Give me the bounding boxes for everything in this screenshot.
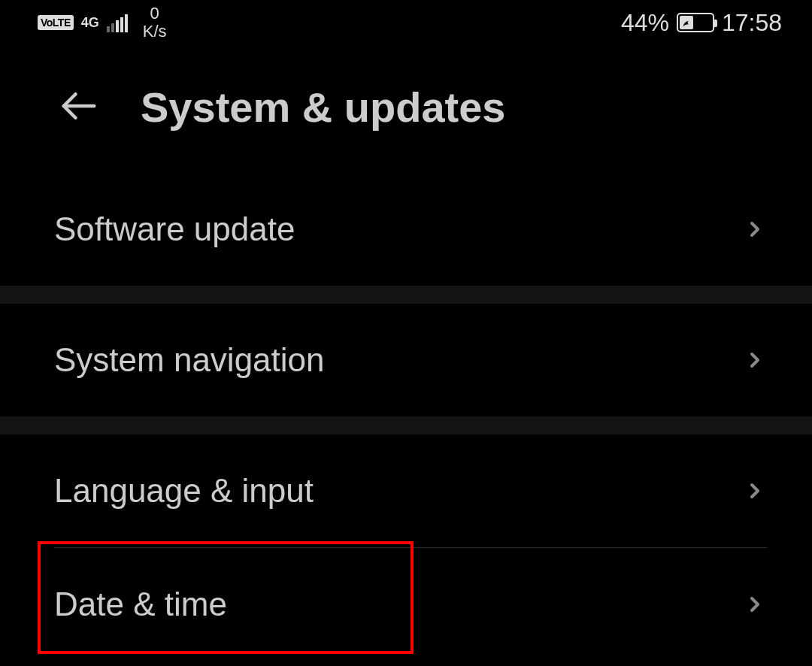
battery-percent: 44%	[621, 9, 669, 37]
settings-item-date-time[interactable]: Date & time	[0, 548, 812, 661]
leaf-icon	[681, 17, 692, 28]
settings-item-language-input[interactable]: Language & input	[0, 434, 812, 547]
chevron-right-icon	[743, 479, 767, 503]
settings-label: Date & time	[54, 586, 227, 623]
network-type: 4G	[81, 16, 99, 29]
settings-label: System navigation	[54, 341, 325, 379]
header: System & updates	[0, 45, 812, 173]
signal-icon	[107, 13, 128, 32]
settings-list: Software update System navigation Langua…	[0, 173, 812, 661]
network-indicator: 4G	[81, 16, 99, 29]
data-speed: 0 K/s	[143, 5, 167, 41]
settings-item-software-update[interactable]: Software update	[0, 173, 812, 286]
chevron-right-icon	[743, 217, 767, 241]
chevron-right-icon	[743, 592, 767, 616]
settings-label: Language & input	[54, 472, 314, 510]
chevron-right-icon	[743, 348, 767, 372]
back-arrow-icon	[59, 86, 99, 126]
volte-badge: VoLTE	[38, 15, 74, 30]
section-divider	[0, 286, 812, 304]
clock-time: 17:58	[722, 9, 782, 37]
status-left: VoLTE 4G 0 K/s	[38, 5, 167, 41]
settings-item-system-navigation[interactable]: System navigation	[0, 304, 812, 416]
data-speed-unit: K/s	[143, 23, 167, 41]
status-right: 44% 17:58	[621, 9, 782, 37]
data-speed-value: 0	[150, 5, 159, 23]
page-title: System & updates	[141, 83, 506, 132]
battery-icon	[677, 13, 714, 32]
settings-label: Software update	[54, 210, 295, 248]
back-button[interactable]	[59, 86, 99, 129]
section-divider	[0, 416, 812, 434]
status-bar: VoLTE 4G 0 K/s 44% 17:58	[0, 0, 812, 45]
